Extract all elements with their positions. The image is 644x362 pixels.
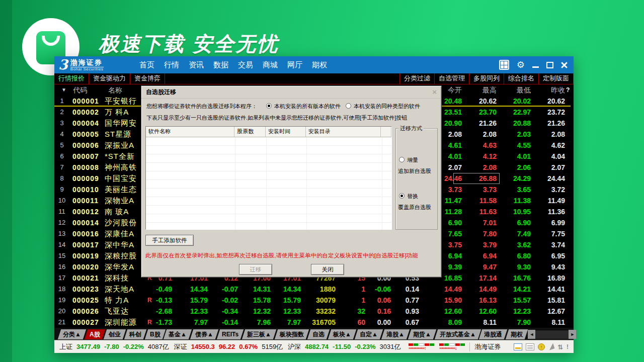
- header-prevclose[interactable]: 昨收: [525, 84, 565, 96]
- software-list[interactable]: 软件名称股票数安装时间安装目录: [145, 126, 392, 230]
- cell-value: 1: [345, 284, 365, 295]
- table-row[interactable]: 21000027深圳能源R-1.737.97-0.147.967.9731670…: [54, 317, 574, 328]
- tab-item[interactable]: 港股▲: [381, 329, 410, 339]
- cell-prevclose: 6.95: [525, 250, 565, 261]
- tab-item[interactable]: 期货▲: [408, 329, 436, 339]
- tabs-scroll-track[interactable]: [535, 330, 569, 339]
- index-percent: -0.22%: [123, 343, 144, 350]
- tab-item[interactable]: 分类▲: [58, 329, 86, 339]
- toolbar-item[interactable]: 定制版面: [539, 73, 574, 84]
- menu-item[interactable]: 期权: [312, 60, 327, 70]
- toolbar-item[interactable]: 综合排名: [504, 73, 539, 84]
- tab-item[interactable]: 期权: [506, 329, 528, 339]
- tab-item[interactable]: 科创: [124, 329, 146, 339]
- satellite-icon[interactable]: [548, 343, 555, 350]
- software-list-body: [146, 137, 391, 230]
- alert-icon[interactable]: !: [567, 343, 569, 350]
- tabs-scroll-left-icon[interactable]: ◄: [528, 330, 535, 339]
- maximize-button[interactable]: [546, 62, 553, 68]
- table-row[interactable]: 20000026飞亚达-2.6812.33-0.3412.3212.333323…: [54, 306, 574, 317]
- stock-name: 平安银行: [105, 96, 137, 107]
- radio-increment-label[interactable]: 增量: [407, 156, 418, 164]
- menu-item[interactable]: 数据: [213, 60, 228, 70]
- minimize-button[interactable]: [532, 66, 539, 68]
- table-row[interactable]: 19000025特 力AR-0.1315.79-0.0215.7815.7930…: [54, 295, 574, 306]
- grid-line: [306, 137, 307, 230]
- radio-same-type-label[interactable]: 本机安装的同种类型的软件: [354, 103, 420, 110]
- index-change: -7.80: [104, 343, 119, 350]
- radio-all-versions-label[interactable]: 本机安装的所有版本的软件: [274, 103, 341, 110]
- menu-item[interactable]: 网厅: [287, 60, 302, 70]
- settings-gear-icon[interactable]: ⚙: [517, 60, 525, 69]
- tab-item[interactable]: REITs: [217, 329, 244, 339]
- desktop-background: 极速下载 安全无忧 3 渤海证券 Bohai Securities 首页行情资讯…: [0, 0, 644, 362]
- grid-line: [382, 137, 382, 230]
- software-col-header: 安装时间: [266, 127, 306, 137]
- cell-open: 15.90: [422, 295, 462, 306]
- tab-item[interactable]: 创业: [103, 329, 125, 339]
- updown-arrows-icon[interactable]: ⇅: [557, 343, 563, 350]
- toolbar-item[interactable]: 自选管理: [435, 73, 469, 84]
- radio-same-type[interactable]: [346, 103, 351, 109]
- cell-prevclose: 24.44: [525, 173, 565, 184]
- dialog-titlebar[interactable]: 自选股迁移 ×: [141, 86, 441, 99]
- radio-all-versions[interactable]: [266, 103, 272, 109]
- menu-item[interactable]: 交易: [238, 60, 253, 70]
- migrate-button[interactable]: 迁移: [239, 264, 272, 275]
- index-value: 4882.74: [305, 343, 329, 350]
- cell-prevclose: 3.72: [525, 184, 565, 195]
- stock-name: 深康佳A: [105, 228, 134, 239]
- header-name[interactable]: 名称: [108, 84, 122, 96]
- cell-prevclose: 14.41: [525, 284, 565, 295]
- menu-item[interactable]: 行情: [164, 60, 179, 70]
- toolbar-item[interactable]: 分类过滤: [399, 73, 435, 84]
- banner-tagline: 极速下载 安全无忧: [99, 30, 279, 58]
- sort-icon[interactable]: ▼: [61, 84, 66, 96]
- tab-item[interactable]: 板块▲: [328, 329, 356, 339]
- radio-replace[interactable]: [399, 193, 405, 199]
- tab-item[interactable]: A股: [85, 329, 105, 339]
- help-icon[interactable]: ?: [566, 84, 570, 96]
- header-code[interactable]: 代码: [73, 84, 87, 96]
- tab-item[interactable]: 港股通: [479, 329, 507, 339]
- tab-label: 板块指数: [280, 329, 304, 339]
- toolbar-item[interactable]: 资金博弈: [130, 73, 165, 84]
- toolbar-item[interactable]: 多股同列: [469, 73, 504, 84]
- tab-label: 分类▲: [63, 329, 81, 339]
- close-button[interactable]: [561, 62, 568, 68]
- cell-cursor: [453, 173, 500, 184]
- cell-value: 14.34: [271, 284, 301, 295]
- table-row[interactable]: 18000023深天地A-0.4914.34-0.0714.3114.34188…: [54, 284, 574, 295]
- dialog-warning: 此界面仅在首次登录时弹出,如您想再次迁移自选股,请使用主菜单中的自定义板块设置中…: [145, 252, 418, 259]
- stock-code: 000019: [72, 250, 99, 261]
- tab-item[interactable]: 基金▲: [164, 329, 192, 339]
- cell-value: -0.07: [213, 284, 238, 295]
- list-icon[interactable]: [526, 343, 534, 350]
- coin-icon[interactable]: ↑: [538, 343, 545, 350]
- toolbar-item[interactable]: 行情报价: [54, 73, 89, 84]
- add-software-button[interactable]: 手工添加软件: [145, 235, 194, 246]
- menu-item[interactable]: 商城: [263, 60, 278, 70]
- radio-replace-label[interactable]: 替换: [407, 193, 418, 200]
- tab-item[interactable]: 板块指数: [275, 329, 309, 339]
- software-col-header: 软件名称: [146, 127, 234, 137]
- toolbar-item[interactable]: 资金驱动力: [89, 73, 130, 84]
- menu-item[interactable]: 资讯: [189, 60, 204, 70]
- layout-grid-icon[interactable]: [499, 60, 509, 70]
- tab-item[interactable]: 开放式基金▲: [434, 329, 480, 339]
- tab-item[interactable]: 新三板▲: [242, 329, 276, 339]
- dialog-close-icon[interactable]: ×: [432, 86, 437, 98]
- tabs-strip: 分类▲A股创业科创B股基金▲债券▲REITs新三板▲板块指数自选板块▲自定▲港股…: [59, 329, 528, 339]
- tab-item[interactable]: 自定▲: [355, 329, 383, 339]
- status-tray: ↑ ⇅ !: [514, 343, 569, 350]
- panel-icon[interactable]: [514, 343, 522, 350]
- brand-mark-icon: 3: [58, 57, 68, 72]
- dialog-close-button[interactable]: 关闭: [311, 264, 344, 275]
- radio-increment[interactable]: [399, 157, 405, 162]
- tabs-scroll-right-icon[interactable]: ►: [569, 330, 576, 339]
- tab-item[interactable]: B股: [144, 329, 165, 339]
- menu-item[interactable]: 首页: [139, 60, 154, 70]
- tab-item[interactable]: 自选: [307, 329, 330, 339]
- row-number: 5: [54, 140, 69, 151]
- tab-item[interactable]: 债券▲: [190, 329, 218, 339]
